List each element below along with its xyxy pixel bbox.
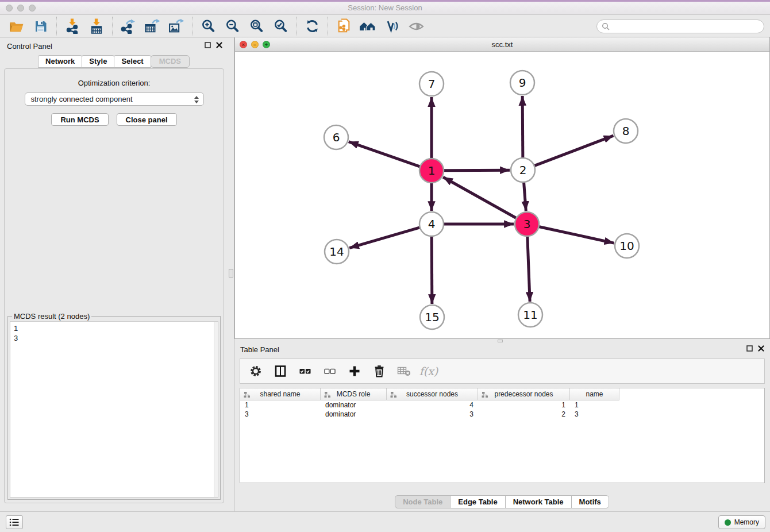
table-row[interactable]: 1dominator411 <box>240 400 764 410</box>
network-graph[interactable]: 7968124314101511 <box>235 52 769 338</box>
hide-panel-button[interactable] <box>404 16 428 37</box>
tab-motifs[interactable]: Motifs <box>571 495 609 508</box>
zoom-fit-button[interactable] <box>244 16 268 37</box>
graph-edge[interactable] <box>524 182 526 211</box>
search-icon <box>602 22 610 30</box>
graph-node-label: 4 <box>428 217 436 231</box>
import-table-button[interactable] <box>84 16 109 37</box>
graph-edge[interactable] <box>534 136 614 165</box>
column-header-mcds-role[interactable]: MCDS role <box>321 388 387 400</box>
tab-mcds[interactable]: MCDS <box>151 55 190 68</box>
window-titlebar: Session: New Session <box>0 0 770 15</box>
node-table-body: 1dominator4113dominator323 <box>240 400 764 419</box>
select-all-button[interactable] <box>295 361 315 381</box>
status-bar: Memory <box>0 511 770 532</box>
delete-column-button[interactable] <box>369 361 389 381</box>
graph-edge[interactable] <box>432 236 432 304</box>
clone-network-button[interactable] <box>332 16 356 37</box>
graph-node-label: 3 <box>523 217 531 231</box>
export-image-icon <box>168 19 184 34</box>
columns-icon <box>274 364 287 378</box>
network-window-titlebar[interactable]: × − + scc.txt <box>235 37 769 52</box>
table-cell[interactable]: 3 <box>240 410 321 419</box>
toolbar-separator <box>296 17 297 36</box>
criterion-dropdown[interactable]: strongly connected component <box>25 92 204 106</box>
deselect-all-button[interactable] <box>320 361 340 381</box>
column-header-predecessor-nodes[interactable]: predecessor nodes <box>478 388 570 400</box>
table-cell[interactable]: 3 <box>570 410 619 419</box>
table-cell[interactable]: dominator <box>321 410 387 419</box>
table-cell[interactable]: 3 <box>387 410 478 419</box>
column-header-shared-name[interactable]: shared name <box>240 388 321 400</box>
network-canvas[interactable]: 7968124314101511 <box>235 52 769 338</box>
mcds-result-list[interactable]: 1 3 <box>10 321 218 498</box>
attribute-icon <box>390 391 397 398</box>
vertical-split-grip[interactable] <box>229 269 233 277</box>
close-panel-icon[interactable] <box>758 345 764 352</box>
search-field[interactable] <box>596 20 764 33</box>
refresh-icon <box>305 19 319 33</box>
close-panel-button[interactable]: Close panel <box>117 113 177 126</box>
mcds-result-box: MCDS result (2 nodes) 1 3 <box>7 316 221 500</box>
float-panel-icon[interactable] <box>746 345 753 352</box>
column-header-successor-nodes[interactable]: successor nodes <box>387 388 478 400</box>
tab-network[interactable]: Network <box>38 55 82 68</box>
gear-icon <box>249 364 263 378</box>
select-all-icon <box>298 364 312 378</box>
table-cell[interactable]: dominator <box>321 400 387 410</box>
function-builder-button[interactable]: f(x) <box>419 361 438 381</box>
open-session-button[interactable] <box>5 16 29 37</box>
table-settings-button[interactable] <box>246 361 265 381</box>
search-input[interactable] <box>610 22 759 30</box>
close-panel-icon[interactable] <box>216 42 222 48</box>
graph-node-label: 1 <box>428 164 436 178</box>
mcds-tab-content: Optimization criterion: strongly connect… <box>4 68 224 503</box>
export-image-button[interactable] <box>164 16 188 37</box>
zoom-in-button[interactable] <box>196 16 220 37</box>
delete-table-button[interactable] <box>394 361 414 381</box>
plus-icon <box>348 364 361 378</box>
home-button[interactable] <box>356 16 380 37</box>
refresh-view-button[interactable] <box>300 16 324 37</box>
run-mcds-button[interactable]: Run MCDS <box>51 113 108 126</box>
table-cell[interactable]: 4 <box>387 400 478 410</box>
graph-edge[interactable] <box>443 177 517 218</box>
graph-edge[interactable] <box>444 170 510 171</box>
table-cell[interactable]: 1 <box>478 400 570 410</box>
export-table-button[interactable] <box>140 16 164 37</box>
window-title: Session: New Session <box>0 3 770 12</box>
table-cell[interactable]: 1 <box>240 400 321 410</box>
vizmapper-button[interactable] <box>380 16 404 37</box>
vertical-split-divider[interactable] <box>228 38 234 511</box>
graph-edge[interactable] <box>522 96 523 158</box>
task-history-button[interactable] <box>6 515 23 529</box>
add-column-button[interactable] <box>345 361 364 381</box>
graph-edge[interactable] <box>349 228 420 248</box>
table-cell[interactable]: 1 <box>570 400 619 410</box>
attribute-icon <box>244 391 251 398</box>
result-scrollbar[interactable] <box>214 322 218 497</box>
graph-edge[interactable] <box>528 236 530 302</box>
tab-select[interactable]: Select <box>114 55 151 68</box>
zoom-selected-button[interactable] <box>268 16 292 37</box>
float-panel-icon[interactable] <box>205 42 211 48</box>
show-columns-button[interactable] <box>271 361 290 381</box>
home-icon <box>359 20 376 33</box>
zoom-in-icon <box>201 19 215 33</box>
table-cell[interactable]: 2 <box>478 410 570 419</box>
graph-edge[interactable] <box>349 142 420 167</box>
import-network-button[interactable] <box>60 16 84 37</box>
save-session-button[interactable] <box>29 16 53 37</box>
tab-edge-table[interactable]: Edge Table <box>450 495 505 508</box>
tab-network-table[interactable]: Network Table <box>505 495 572 508</box>
column-header-name[interactable]: name <box>570 388 619 400</box>
tab-node-table[interactable]: Node Table <box>395 495 451 508</box>
tab-style[interactable]: Style <box>82 55 114 68</box>
graph-node-label: 14 <box>329 245 344 259</box>
zoom-out-button[interactable] <box>220 16 244 37</box>
export-network-button[interactable] <box>116 16 140 37</box>
table-row[interactable]: 3dominator323 <box>240 410 764 419</box>
graph-edge[interactable] <box>539 226 614 243</box>
memory-button[interactable]: Memory <box>718 515 765 529</box>
graph-node-label: 7 <box>428 77 436 91</box>
